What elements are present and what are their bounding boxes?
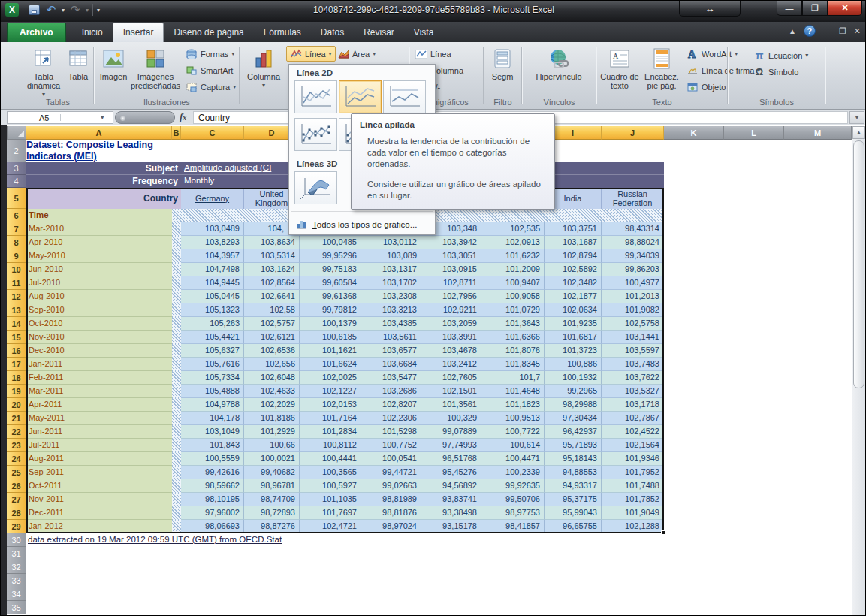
- value-cell[interactable]: 105,7616: [181, 358, 244, 371]
- value-cell[interactable]: 102,656: [244, 358, 300, 371]
- value-cell[interactable]: 103,6684: [361, 358, 421, 371]
- value-cell[interactable]: 102,1501: [421, 385, 481, 398]
- table-row[interactable]: Aug-2011100,5559100,0021100,4441100,0541…: [26, 452, 664, 466]
- clipart-button[interactable]: Imágenes prediseñadas: [131, 45, 180, 90]
- value-cell[interactable]: 95,45276: [421, 466, 481, 479]
- value-cell[interactable]: 98,81876: [361, 506, 421, 520]
- value-cell[interactable]: 103,5327: [602, 385, 664, 398]
- hatched-cell[interactable]: [172, 506, 181, 520]
- value-cell[interactable]: 102,8207: [361, 398, 421, 412]
- value-cell[interactable]: 96,65755: [545, 520, 602, 533]
- value-cell[interactable]: 101,6366: [481, 331, 545, 344]
- hatched-cell[interactable]: [172, 317, 181, 331]
- value-cell[interactable]: 105,0445: [181, 290, 244, 303]
- row-header-22[interactable]: 22: [7, 425, 26, 439]
- area-chart-button[interactable]: Área ▾: [334, 46, 379, 62]
- column-header-A[interactable]: A: [26, 126, 172, 140]
- value-cell[interactable]: 99,42616: [181, 466, 244, 479]
- table-row[interactable]: Jan-2011105,7616102,656101,6624103,66841…: [26, 358, 664, 371]
- row-header-10[interactable]: 10: [7, 263, 26, 276]
- table-row[interactable]: Nov-201198,1019598,74709101,103598,81989…: [26, 493, 664, 506]
- value-cell[interactable]: 100,5559: [181, 452, 244, 466]
- value-cell[interactable]: 100,4977: [602, 276, 664, 290]
- value-cell[interactable]: 100,9058: [481, 290, 545, 303]
- value-cell[interactable]: 93,83741: [421, 493, 481, 506]
- row-header-24[interactable]: 24: [7, 452, 26, 466]
- resize-window-icon[interactable]: ↔: [679, 1, 741, 17]
- value-cell[interactable]: 100,9513: [481, 412, 545, 425]
- tab-vista[interactable]: Vista: [404, 23, 443, 42]
- country-label-cell[interactable]: Country: [26, 188, 181, 209]
- value-cell[interactable]: 100,2339: [481, 466, 545, 479]
- row-header-7[interactable]: 7: [7, 222, 26, 236]
- value-cell[interactable]: 101,9235: [545, 317, 602, 331]
- value-cell[interactable]: 102,8711: [421, 276, 481, 290]
- value-cell[interactable]: 103,5477: [361, 371, 421, 385]
- table-row[interactable]: Oct-2010105,263102,5757100,1379103,43851…: [26, 317, 664, 331]
- table-row[interactable]: Dec-2010105,6327102,6536101,1621103,6577…: [26, 344, 664, 358]
- value-cell[interactable]: 101,0729: [481, 303, 545, 317]
- value-cell[interactable]: 94,88553: [545, 466, 602, 479]
- value-cell[interactable]: 100,0021: [244, 452, 300, 466]
- tab-archivo[interactable]: Archivo: [7, 23, 66, 42]
- value-cell[interactable]: 98,06693: [181, 520, 244, 533]
- scroll-up-icon[interactable]: ▲: [852, 126, 865, 139]
- value-cell[interactable]: 103,089: [361, 249, 421, 263]
- value-cell[interactable]: 100,5927: [300, 479, 361, 493]
- table-row[interactable]: Sep-201199,4261699,40682100,356599,44721…: [26, 466, 664, 479]
- tab-inicio[interactable]: Inicio: [72, 23, 113, 42]
- value-cell[interactable]: 105,4888: [181, 385, 244, 398]
- screenshot-button[interactable]: Captura ▾: [183, 79, 239, 95]
- smartart-button[interactable]: SmartArt: [183, 62, 236, 78]
- value-cell[interactable]: 102,2306: [361, 412, 421, 425]
- row-header-25[interactable]: 25: [7, 466, 26, 479]
- value-cell[interactable]: 103,1317: [361, 263, 421, 276]
- value-cell[interactable]: 101,8076: [481, 344, 545, 358]
- value-cell[interactable]: 98,10195: [181, 493, 244, 506]
- date-cell[interactable]: Apr-2010: [26, 236, 172, 249]
- value-cell[interactable]: 100,4441: [300, 452, 361, 466]
- minimize-icon[interactable]: —: [777, 1, 802, 16]
- row-header-17[interactable]: 17: [7, 358, 26, 371]
- workbook-restore-icon[interactable]: ❐: [839, 26, 846, 36]
- hatched-cell[interactable]: [172, 452, 181, 466]
- value-cell[interactable]: 102,7867: [602, 412, 664, 425]
- column-header-L[interactable]: L: [724, 126, 784, 140]
- table-row[interactable]: Aug-2010105,0445102,664199,61368103,2308…: [26, 290, 664, 303]
- value-cell[interactable]: 104,178: [181, 412, 244, 425]
- row-header-13[interactable]: 13: [7, 303, 26, 317]
- value-cell[interactable]: 98,41857: [481, 520, 545, 533]
- value-cell[interactable]: 101,7697: [300, 506, 361, 520]
- close-icon[interactable]: ✕: [828, 1, 862, 16]
- value-cell[interactable]: 102,4633: [244, 385, 300, 398]
- row-header-15[interactable]: 15: [7, 331, 26, 344]
- table-row[interactable]: Jun-2010104,7498103,162499,75183103,1317…: [26, 263, 664, 276]
- value-cell[interactable]: 102,7605: [421, 371, 481, 385]
- value-cell[interactable]: 98,96781: [244, 479, 300, 493]
- value-cell[interactable]: 102,9211: [421, 303, 481, 317]
- value-cell[interactable]: 101,9082: [602, 303, 664, 317]
- row-header-14[interactable]: 14: [7, 317, 26, 331]
- value-cell[interactable]: 94,56892: [421, 479, 481, 493]
- slicer-button[interactable]: Segm: [486, 45, 519, 81]
- tab-formulas[interactable]: Fórmulas: [254, 23, 311, 42]
- row-header-33[interactable]: 33: [7, 574, 26, 587]
- value-cell[interactable]: 103,3213: [361, 303, 421, 317]
- value-cell[interactable]: 101,2929: [244, 425, 300, 439]
- column-header-M[interactable]: M: [784, 126, 852, 140]
- value-cell[interactable]: 103,2686: [361, 385, 421, 398]
- pivot-table-button[interactable]: Tabla dinámica ▾: [25, 45, 62, 99]
- value-cell[interactable]: 102,6536: [244, 344, 300, 358]
- vertical-scrollbar[interactable]: ▲: [852, 126, 865, 616]
- value-cell[interactable]: 95,71893: [545, 439, 602, 452]
- value-cell[interactable]: 103,7622: [602, 371, 664, 385]
- value-cell[interactable]: 102,6048: [244, 371, 300, 385]
- help-icon[interactable]: ?: [804, 25, 816, 37]
- collapse-ribbon-icon[interactable]: ▲: [789, 27, 796, 35]
- table-row[interactable]: Feb-2011105,7334102,6048102,0025103,5477…: [26, 371, 664, 385]
- hatched-cell[interactable]: [172, 222, 181, 236]
- value-cell[interactable]: 100,614: [481, 439, 545, 452]
- hatched-cell[interactable]: [172, 290, 181, 303]
- row-header-21[interactable]: 21: [7, 412, 26, 425]
- table-row[interactable]: May-2011104,178101,8186101,7164102,23061…: [26, 412, 664, 425]
